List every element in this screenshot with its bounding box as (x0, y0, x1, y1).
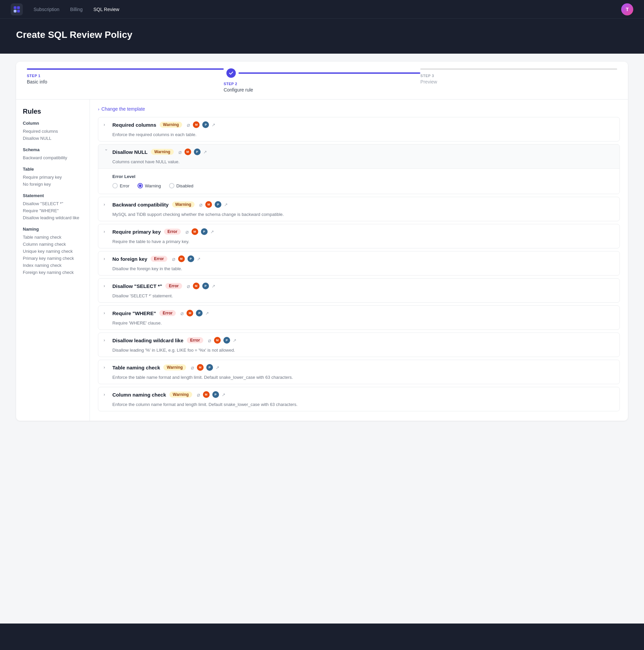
rule-disallow-wildcard-header[interactable]: › Disallow leading wildcard like Error ⌀… (98, 333, 619, 348)
step2-name: Configure rule (224, 87, 253, 93)
rule-disallow-select-header[interactable]: › Disallow "SELECT *" Error ⌀ M P ↗ (98, 279, 619, 293)
sidebar-cat-naming: Naming (23, 227, 83, 232)
mysql-icon[interactable]: M (197, 364, 204, 371)
sidebar-item-no-fk[interactable]: No foreign key (23, 181, 83, 188)
rule-badge-error: Error (165, 283, 182, 289)
rule-name: Required columns (112, 122, 156, 128)
rule-name: No foreign key (112, 256, 147, 262)
rule-require-pk-header[interactable]: › Require primary key Error ⌀ M P ↗ (98, 224, 619, 239)
pg-icon[interactable]: P (202, 283, 209, 289)
sidebar-item-table-naming[interactable]: Table naming check (23, 233, 83, 241)
mysql-icon[interactable]: M (192, 228, 198, 235)
rule-require-where-header[interactable]: › Require "WHERE" Error ⌀ M P ↗ (98, 306, 619, 321)
nav-billing[interactable]: Billing (70, 7, 82, 12)
pg-icon[interactable]: P (188, 255, 194, 262)
mysql-icon[interactable]: M (203, 391, 210, 398)
rule-required-columns: › Required columns Warning ⌀ M P ↗ Enfor… (98, 117, 620, 141)
pg-icon[interactable]: P (212, 391, 219, 398)
sidebar-item-disallow-select[interactable]: Disallow "SELECT *" (23, 200, 83, 207)
external-link-icon[interactable]: ↗ (212, 122, 215, 128)
external-link-icon[interactable]: ↗ (210, 229, 214, 234)
disable-icon[interactable]: ⌀ (191, 364, 194, 371)
external-link-icon[interactable]: ↗ (222, 392, 226, 397)
pg-icon[interactable]: P (194, 148, 201, 155)
step-2: STEP 2 Configure rule (224, 68, 420, 93)
sidebar-item-index-naming[interactable]: Index naming check (23, 262, 83, 269)
nav-subscription[interactable]: Subscription (34, 7, 59, 12)
page-header: Create SQL Review Policy (0, 19, 644, 53)
steps-bar: STEP 1 Basic info STEP 2 Configure rule (16, 62, 628, 100)
external-link-icon[interactable]: ↗ (197, 256, 201, 261)
svg-rect-0 (14, 6, 16, 9)
rule-column-naming-header[interactable]: › Column naming check Warning ⌀ M P ↗ (98, 387, 619, 402)
sidebar-item-column-naming[interactable]: Column naming check (23, 241, 83, 248)
app-logo[interactable] (11, 3, 23, 15)
rule-required-columns-header[interactable]: › Required columns Warning ⌀ M P ↗ (98, 117, 619, 132)
external-link-icon[interactable]: ↗ (216, 365, 219, 370)
disable-icon[interactable]: ⌀ (208, 337, 211, 344)
disable-icon[interactable]: ⌀ (197, 392, 200, 398)
expand-icon: › (104, 202, 109, 207)
step2-circle (227, 68, 236, 78)
external-link-icon[interactable]: ↗ (212, 284, 215, 289)
disable-icon[interactable]: ⌀ (185, 229, 189, 235)
sidebar-item-require-pk[interactable]: Require primary key (23, 174, 83, 181)
mysql-icon[interactable]: M (184, 148, 191, 155)
pg-icon[interactable]: P (215, 201, 222, 208)
step2-number: STEP 2 (224, 82, 237, 86)
rule-icons: ⌀ M P ↗ (187, 283, 215, 289)
external-link-icon[interactable]: ↗ (224, 202, 228, 207)
pg-icon[interactable]: P (196, 310, 203, 317)
external-link-icon[interactable]: ↗ (203, 149, 207, 154)
mysql-icon[interactable]: M (187, 310, 193, 317)
disable-icon[interactable]: ⌀ (199, 202, 203, 208)
radio-warning[interactable]: Warning (138, 183, 161, 188)
nav-sql-review[interactable]: SQL Review (93, 7, 119, 12)
rule-description: Disallow the foreign key in the table. (98, 266, 619, 275)
sidebar-item-backward-compat[interactable]: Backward compatibility (23, 154, 83, 161)
mysql-icon[interactable]: M (214, 337, 221, 344)
radio-circle-error (112, 183, 118, 188)
svg-rect-1 (17, 6, 20, 9)
sidebar-item-fk-naming[interactable]: Foreign key naming check (23, 269, 83, 276)
pg-icon[interactable]: P (201, 228, 208, 235)
rule-no-fk-header[interactable]: › No foreign key Error ⌀ M P ↗ (98, 251, 619, 266)
radio-label-disabled: Disabled (176, 183, 194, 188)
rule-disallow-null-header[interactable]: › Disallow NULL Warning ⌀ M P ↗ (98, 144, 619, 159)
expand-icon: › (104, 256, 109, 261)
change-template-button[interactable]: › Change the template (98, 106, 145, 112)
pg-icon[interactable]: P (202, 121, 209, 128)
mysql-icon[interactable]: M (178, 255, 185, 262)
sidebar-item-unique-naming[interactable]: Unique key naming check (23, 248, 83, 255)
change-template-label: Change the template (101, 106, 145, 112)
rule-table-naming-header[interactable]: › Table naming check Warning ⌀ M P ↗ (98, 360, 619, 375)
radio-disabled[interactable]: Disabled (169, 183, 194, 188)
rule-backward-compat: › Backward compatibility Warning ⌀ M P ↗… (98, 197, 620, 221)
error-level-label: Error Level (112, 174, 605, 179)
rule-backward-compat-header[interactable]: › Backward compatibility Warning ⌀ M P ↗ (98, 197, 619, 212)
sidebar-item-required-columns[interactable]: Required columns (23, 128, 83, 135)
mysql-icon[interactable]: M (193, 121, 200, 128)
pg-icon[interactable]: P (206, 364, 213, 371)
user-avatar[interactable]: T (621, 3, 633, 15)
pg-icon[interactable]: P (224, 337, 230, 344)
radio-error[interactable]: Error (112, 183, 130, 188)
sidebar-item-disallow-wildcard[interactable]: Disallow leading wildcard like (23, 214, 83, 221)
rule-expanded-content: Error Level Error Warning (98, 168, 619, 194)
content-area: Rules Column Required columns Disallow N… (16, 100, 628, 421)
mysql-icon[interactable]: M (205, 201, 212, 208)
disable-icon[interactable]: ⌀ (187, 122, 190, 128)
sidebar-item-require-where[interactable]: Require "WHERE" (23, 207, 83, 214)
disable-icon[interactable]: ⌀ (178, 149, 182, 155)
external-link-icon[interactable]: ↗ (205, 311, 209, 316)
disable-icon[interactable]: ⌀ (180, 310, 184, 317)
rule-icons: ⌀ M P ↗ (180, 310, 209, 317)
sidebar-item-pk-naming[interactable]: Primary key naming check (23, 255, 83, 262)
disable-icon[interactable]: ⌀ (187, 283, 190, 289)
expand-icon: › (104, 365, 109, 370)
step-1: STEP 1 Basic info (27, 68, 224, 93)
disable-icon[interactable]: ⌀ (172, 256, 175, 262)
mysql-icon[interactable]: M (193, 283, 200, 289)
sidebar-item-disallow-null[interactable]: Disallow NULL (23, 135, 83, 142)
external-link-icon[interactable]: ↗ (233, 338, 236, 343)
